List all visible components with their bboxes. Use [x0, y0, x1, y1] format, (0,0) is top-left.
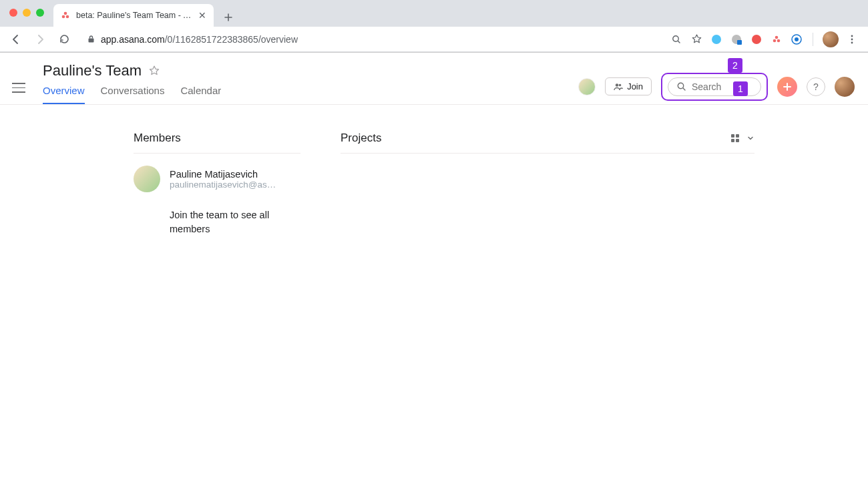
tab-calendar[interactable]: Calendar	[180, 85, 221, 104]
tab-close-icon[interactable]: ✕	[198, 11, 207, 20]
chevron-down-icon[interactable]	[746, 134, 754, 142]
search-input[interactable]	[692, 81, 738, 92]
svg-point-2	[66, 15, 69, 19]
projects-column: Projects	[341, 132, 754, 236]
extension-icon[interactable]	[770, 33, 783, 46]
extension-icon[interactable]	[790, 33, 803, 46]
search-icon	[676, 81, 686, 91]
svg-point-10	[773, 39, 777, 42]
join-label: Join	[627, 81, 643, 91]
add-button[interactable]	[777, 77, 797, 97]
window-minimize-button[interactable]	[23, 9, 31, 17]
projects-head: Projects	[341, 132, 754, 154]
header-main: Pauline's Team Overview Conversations Ca…	[43, 62, 578, 104]
lock-icon	[87, 35, 95, 43]
svg-rect-20	[731, 134, 734, 138]
projects-heading: Projects	[341, 132, 381, 145]
join-button[interactable]: Join	[605, 77, 652, 95]
tab-overview[interactable]: Overview	[43, 85, 85, 104]
people-icon	[614, 83, 623, 91]
toolbar-icons	[670, 31, 861, 47]
menu-icon[interactable]	[845, 33, 859, 46]
address-bar[interactable]: app.asana.com/0/1162851722383865/overvie…	[79, 29, 664, 49]
svg-rect-7	[737, 40, 742, 45]
page-title: Pauline's Team	[43, 62, 142, 79]
url-path: /0/1162851722383865/overview	[165, 34, 298, 45]
app: Pauline's Team Overview Conversations Ca…	[0, 53, 868, 236]
members-column: Members Pauline Matijasevich paulinemati…	[134, 132, 300, 236]
browser-tab[interactable]: beta: Pauline's Team Team - As ✕	[53, 4, 214, 27]
extension-icon[interactable]	[750, 33, 763, 46]
zoom-icon[interactable]	[670, 33, 683, 46]
svg-rect-22	[731, 139, 734, 142]
user-avatar[interactable]	[835, 77, 855, 97]
svg-point-17	[616, 83, 618, 86]
new-tab-button[interactable]	[219, 8, 238, 27]
members-heading: Members	[134, 132, 300, 154]
extension-icon[interactable]	[710, 33, 723, 46]
callout-badge-1: 1	[733, 81, 748, 96]
search-highlight-wrap: 1	[661, 73, 768, 101]
hamburger-menu-button[interactable]	[12, 80, 28, 96]
svg-point-18	[619, 83, 622, 86]
title-row: Pauline's Team	[43, 62, 578, 79]
svg-point-9	[775, 35, 779, 39]
svg-point-0	[64, 12, 67, 15]
browser-chrome: beta: Pauline's Team Team - As ✕ app.asa…	[0, 0, 868, 53]
svg-point-15	[851, 38, 853, 40]
toolbar-divider	[813, 33, 813, 46]
svg-point-1	[62, 15, 65, 19]
header-right: 2 Join 1 ?	[578, 73, 855, 101]
tabs: Overview Conversations Calendar	[43, 85, 578, 104]
browser-tab-title: beta: Pauline's Team Team - As	[76, 11, 192, 20]
svg-rect-21	[736, 134, 739, 138]
svg-point-13	[795, 37, 799, 41]
help-button[interactable]: ?	[807, 77, 825, 96]
app-header: Pauline's Team Overview Conversations Ca…	[0, 53, 868, 104]
member-avatar-small[interactable]	[578, 78, 596, 95]
window-controls	[9, 9, 44, 17]
svg-point-8	[752, 35, 761, 44]
member-info: Pauline Matijasevich paulinematijasevich…	[170, 169, 276, 190]
callout-badge-2: 2	[728, 58, 742, 73]
member-avatar	[134, 166, 160, 192]
content: Members Pauline Matijasevich paulinemati…	[0, 105, 868, 236]
svg-point-11	[777, 39, 781, 42]
window-maximize-button[interactable]	[36, 9, 44, 17]
project-view-controls	[730, 134, 754, 143]
svg-point-16	[851, 41, 853, 43]
member-name: Pauline Matijasevich	[170, 169, 276, 180]
grid-view-icon[interactable]	[730, 134, 740, 143]
star-icon[interactable]	[690, 33, 703, 46]
window-close-button[interactable]	[9, 9, 17, 17]
member-row[interactable]: Pauline Matijasevich paulinematijasevich…	[134, 166, 300, 192]
svg-rect-3	[89, 39, 94, 43]
profile-avatar[interactable]	[823, 31, 839, 47]
back-button[interactable]	[7, 30, 25, 49]
extension-icon[interactable]	[730, 33, 743, 46]
join-team-note: Join the team to see all members	[134, 208, 300, 236]
forward-button[interactable]	[31, 30, 49, 49]
svg-point-14	[851, 35, 853, 37]
url-host: app.asana.com	[101, 34, 165, 45]
tab-strip: beta: Pauline's Team Team - As ✕	[0, 0, 868, 27]
tab-conversations[interactable]: Conversations	[101, 85, 165, 104]
svg-rect-23	[736, 139, 739, 142]
member-email: paulinematijasevich@as…	[170, 180, 276, 190]
favorite-star-icon[interactable]	[148, 65, 160, 77]
url-text: app.asana.com/0/1162851722383865/overvie…	[101, 34, 298, 45]
svg-point-5	[712, 35, 721, 44]
asana-favicon-icon	[60, 10, 71, 21]
browser-toolbar: app.asana.com/0/1162851722383865/overvie…	[0, 27, 868, 52]
reload-button[interactable]	[55, 30, 73, 49]
